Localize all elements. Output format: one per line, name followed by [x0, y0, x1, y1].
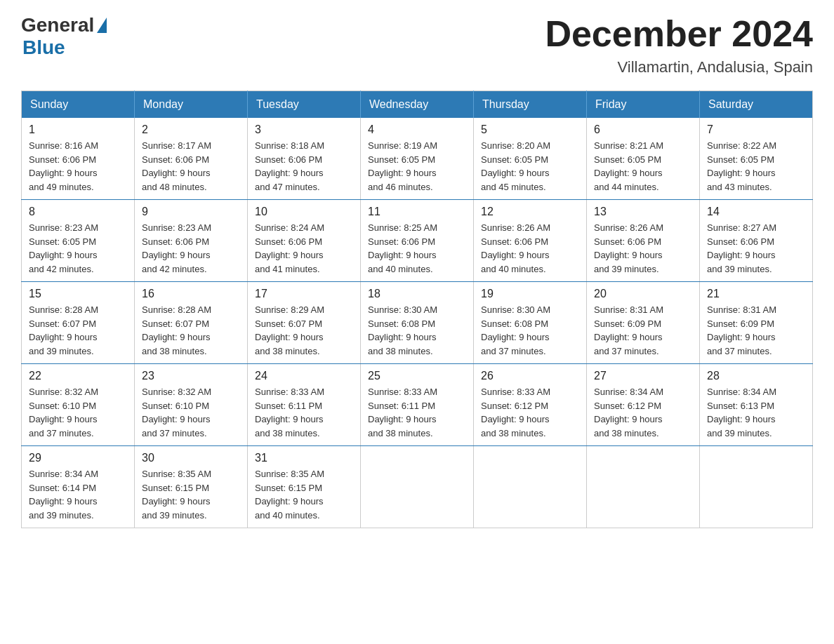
day-number: 27: [594, 370, 692, 382]
day-number: 4: [368, 123, 466, 136]
day-info: Sunrise: 8:33 AM Sunset: 6:12 PM Dayligh…: [481, 385, 579, 440]
calendar-cell: [700, 446, 813, 528]
calendar-cell: 14 Sunrise: 8:27 AM Sunset: 6:06 PM Dayl…: [700, 200, 813, 282]
calendar-cell: 5 Sunrise: 8:20 AM Sunset: 6:05 PM Dayli…: [474, 118, 587, 200]
day-number: 10: [255, 206, 353, 218]
calendar-week-row: 22 Sunrise: 8:32 AM Sunset: 6:10 PM Dayl…: [22, 364, 813, 446]
day-info: Sunrise: 8:28 AM Sunset: 6:07 PM Dayligh…: [29, 303, 127, 358]
day-info: Sunrise: 8:29 AM Sunset: 6:07 PM Dayligh…: [255, 303, 353, 358]
day-info: Sunrise: 8:20 AM Sunset: 6:05 PM Dayligh…: [481, 139, 579, 194]
calendar-cell: 28 Sunrise: 8:34 AM Sunset: 6:13 PM Dayl…: [700, 364, 813, 446]
calendar-cell: 4 Sunrise: 8:19 AM Sunset: 6:05 PM Dayli…: [361, 118, 474, 200]
day-info: Sunrise: 8:27 AM Sunset: 6:06 PM Dayligh…: [707, 221, 805, 276]
calendar-cell: [361, 446, 474, 528]
day-number: 9: [142, 206, 240, 218]
calendar-cell: 22 Sunrise: 8:32 AM Sunset: 6:10 PM Dayl…: [22, 364, 135, 446]
calendar-cell: 21 Sunrise: 8:31 AM Sunset: 6:09 PM Dayl…: [700, 282, 813, 364]
calendar-cell: 1 Sunrise: 8:16 AM Sunset: 6:06 PM Dayli…: [22, 118, 135, 200]
calendar-header-friday: Friday: [587, 91, 700, 119]
calendar-cell: 15 Sunrise: 8:28 AM Sunset: 6:07 PM Dayl…: [22, 282, 135, 364]
day-info: Sunrise: 8:22 AM Sunset: 6:05 PM Dayligh…: [707, 139, 805, 194]
day-number: 19: [481, 288, 579, 300]
day-number: 17: [255, 288, 353, 300]
day-number: 23: [142, 370, 240, 382]
calendar-cell: 12 Sunrise: 8:26 AM Sunset: 6:06 PM Dayl…: [474, 200, 587, 282]
day-info: Sunrise: 8:28 AM Sunset: 6:07 PM Dayligh…: [142, 303, 240, 358]
day-number: 14: [707, 206, 805, 218]
calendar-cell: 6 Sunrise: 8:21 AM Sunset: 6:05 PM Dayli…: [587, 118, 700, 200]
calendar-week-row: 15 Sunrise: 8:28 AM Sunset: 6:07 PM Dayl…: [22, 282, 813, 364]
calendar-header-row: SundayMondayTuesdayWednesdayThursdayFrid…: [22, 91, 813, 119]
day-number: 13: [594, 206, 692, 218]
calendar-cell: 25 Sunrise: 8:33 AM Sunset: 6:11 PM Dayl…: [361, 364, 474, 446]
calendar-cell: 31 Sunrise: 8:35 AM Sunset: 6:15 PM Dayl…: [248, 446, 361, 528]
calendar-cell: 29 Sunrise: 8:34 AM Sunset: 6:14 PM Dayl…: [22, 446, 135, 528]
calendar-cell: 27 Sunrise: 8:34 AM Sunset: 6:12 PM Dayl…: [587, 364, 700, 446]
day-number: 25: [368, 370, 466, 382]
calendar-cell: 7 Sunrise: 8:22 AM Sunset: 6:05 PM Dayli…: [700, 118, 813, 200]
calendar-cell: [587, 446, 700, 528]
calendar-cell: 17 Sunrise: 8:29 AM Sunset: 6:07 PM Dayl…: [248, 282, 361, 364]
calendar-cell: 2 Sunrise: 8:17 AM Sunset: 6:06 PM Dayli…: [135, 118, 248, 200]
day-number: 6: [594, 123, 692, 136]
logo-triangle-icon: [97, 18, 107, 33]
day-info: Sunrise: 8:18 AM Sunset: 6:06 PM Dayligh…: [255, 139, 353, 194]
day-info: Sunrise: 8:34 AM Sunset: 6:14 PM Dayligh…: [29, 467, 127, 522]
calendar-cell: 18 Sunrise: 8:30 AM Sunset: 6:08 PM Dayl…: [361, 282, 474, 364]
calendar-header-sunday: Sunday: [22, 91, 135, 119]
day-number: 16: [142, 288, 240, 300]
day-number: 21: [707, 288, 805, 300]
day-info: Sunrise: 8:23 AM Sunset: 6:06 PM Dayligh…: [142, 221, 240, 276]
day-info: Sunrise: 8:23 AM Sunset: 6:05 PM Dayligh…: [29, 221, 127, 276]
logo: General Blue: [21, 14, 107, 59]
calendar-cell: 19 Sunrise: 8:30 AM Sunset: 6:08 PM Dayl…: [474, 282, 587, 364]
day-info: Sunrise: 8:34 AM Sunset: 6:12 PM Dayligh…: [594, 385, 692, 440]
day-info: Sunrise: 8:33 AM Sunset: 6:11 PM Dayligh…: [368, 385, 466, 440]
page-header: General Blue December 2024 Villamartin, …: [21, 14, 813, 76]
location-title: Villamartin, Andalusia, Spain: [545, 58, 813, 76]
calendar-cell: 24 Sunrise: 8:33 AM Sunset: 6:11 PM Dayl…: [248, 364, 361, 446]
day-info: Sunrise: 8:32 AM Sunset: 6:10 PM Dayligh…: [29, 385, 127, 440]
day-info: Sunrise: 8:30 AM Sunset: 6:08 PM Dayligh…: [481, 303, 579, 358]
day-info: Sunrise: 8:19 AM Sunset: 6:05 PM Dayligh…: [368, 139, 466, 194]
calendar-cell: 30 Sunrise: 8:35 AM Sunset: 6:15 PM Dayl…: [135, 446, 248, 528]
calendar-week-row: 1 Sunrise: 8:16 AM Sunset: 6:06 PM Dayli…: [22, 118, 813, 200]
calendar-table: SundayMondayTuesdayWednesdayThursdayFrid…: [21, 90, 813, 528]
month-title: December 2024: [545, 14, 813, 54]
day-info: Sunrise: 8:32 AM Sunset: 6:10 PM Dayligh…: [142, 385, 240, 440]
day-info: Sunrise: 8:35 AM Sunset: 6:15 PM Dayligh…: [255, 467, 353, 522]
calendar-header-thursday: Thursday: [474, 91, 587, 119]
day-info: Sunrise: 8:35 AM Sunset: 6:15 PM Dayligh…: [142, 467, 240, 522]
day-info: Sunrise: 8:24 AM Sunset: 6:06 PM Dayligh…: [255, 221, 353, 276]
day-info: Sunrise: 8:31 AM Sunset: 6:09 PM Dayligh…: [594, 303, 692, 358]
calendar-cell: 11 Sunrise: 8:25 AM Sunset: 6:06 PM Dayl…: [361, 200, 474, 282]
calendar-cell: 23 Sunrise: 8:32 AM Sunset: 6:10 PM Dayl…: [135, 364, 248, 446]
day-number: 7: [707, 123, 805, 136]
day-number: 12: [481, 206, 579, 218]
calendar-week-row: 8 Sunrise: 8:23 AM Sunset: 6:05 PM Dayli…: [22, 200, 813, 282]
calendar-cell: 10 Sunrise: 8:24 AM Sunset: 6:06 PM Dayl…: [248, 200, 361, 282]
calendar-header-wednesday: Wednesday: [361, 91, 474, 119]
day-info: Sunrise: 8:33 AM Sunset: 6:11 PM Dayligh…: [255, 385, 353, 440]
day-number: 26: [481, 370, 579, 382]
logo-blue-text: Blue: [22, 36, 65, 59]
calendar-header-tuesday: Tuesday: [248, 91, 361, 119]
calendar-cell: 20 Sunrise: 8:31 AM Sunset: 6:09 PM Dayl…: [587, 282, 700, 364]
day-number: 2: [142, 123, 240, 136]
day-info: Sunrise: 8:30 AM Sunset: 6:08 PM Dayligh…: [368, 303, 466, 358]
day-info: Sunrise: 8:26 AM Sunset: 6:06 PM Dayligh…: [481, 221, 579, 276]
day-info: Sunrise: 8:31 AM Sunset: 6:09 PM Dayligh…: [707, 303, 805, 358]
calendar-cell: 26 Sunrise: 8:33 AM Sunset: 6:12 PM Dayl…: [474, 364, 587, 446]
day-number: 8: [29, 206, 127, 218]
calendar-cell: 16 Sunrise: 8:28 AM Sunset: 6:07 PM Dayl…: [135, 282, 248, 364]
calendar-week-row: 29 Sunrise: 8:34 AM Sunset: 6:14 PM Dayl…: [22, 446, 813, 528]
day-number: 18: [368, 288, 466, 300]
day-info: Sunrise: 8:16 AM Sunset: 6:06 PM Dayligh…: [29, 139, 127, 194]
title-section: December 2024 Villamartin, Andalusia, Sp…: [545, 14, 813, 76]
day-number: 3: [255, 123, 353, 136]
day-number: 5: [481, 123, 579, 136]
day-number: 22: [29, 370, 127, 382]
calendar-cell: 13 Sunrise: 8:26 AM Sunset: 6:06 PM Dayl…: [587, 200, 700, 282]
day-number: 11: [368, 206, 466, 218]
calendar-cell: 9 Sunrise: 8:23 AM Sunset: 6:06 PM Dayli…: [135, 200, 248, 282]
